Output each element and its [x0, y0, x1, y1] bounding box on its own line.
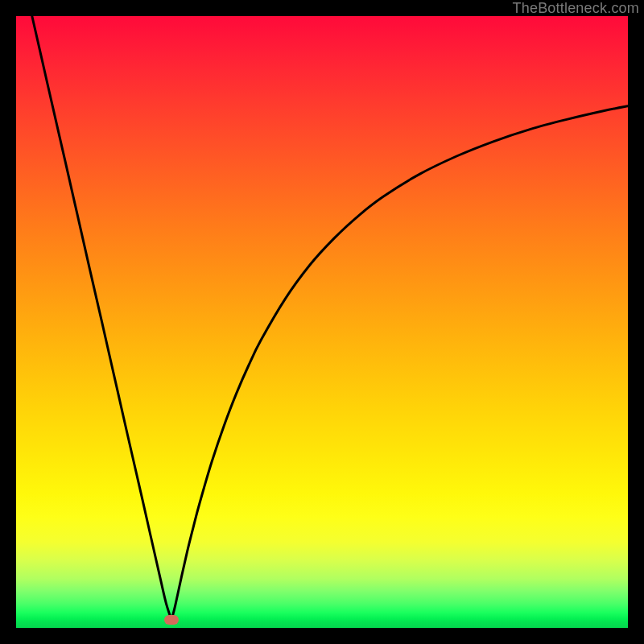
bottleneck-curve — [16, 16, 628, 628]
minimum-marker — [164, 615, 179, 625]
chart-frame: TheBottleneck.com — [0, 0, 644, 644]
plot-area — [16, 16, 628, 628]
curve-path — [32, 16, 628, 622]
watermark-text: TheBottleneck.com — [513, 0, 639, 16]
